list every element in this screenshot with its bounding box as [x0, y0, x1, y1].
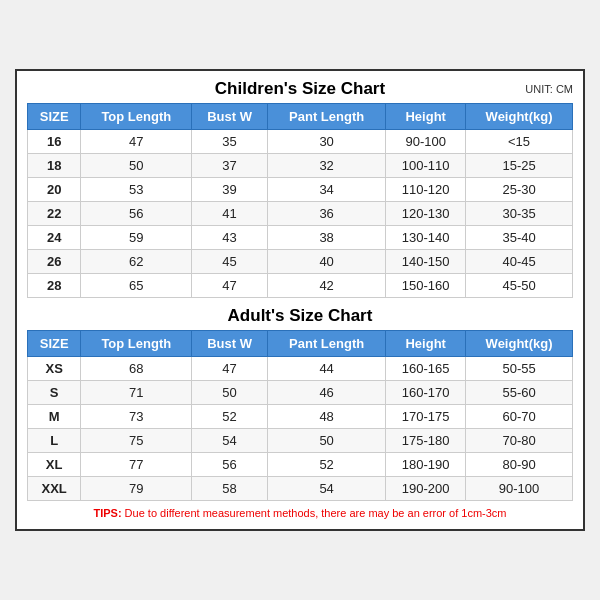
table-cell: 47 [81, 130, 192, 154]
table-cell: 42 [267, 274, 385, 298]
table-row: XXL795854190-20090-100 [28, 477, 573, 501]
table-cell: 50 [267, 429, 385, 453]
table-cell: 75 [81, 429, 192, 453]
table-cell: 70-80 [466, 429, 573, 453]
table-cell: 20 [28, 178, 81, 202]
table-cell: 18 [28, 154, 81, 178]
adults-col-bust-w: Bust W [192, 331, 268, 357]
table-cell: 170-175 [386, 405, 466, 429]
tips-text: Due to different measurement methods, th… [122, 507, 507, 519]
children-table: SIZE Top Length Bust W Pant Length Heigh… [27, 103, 573, 298]
adults-col-size: SIZE [28, 331, 81, 357]
table-cell: 150-160 [386, 274, 466, 298]
table-cell: 175-180 [386, 429, 466, 453]
table-cell: 50-55 [466, 357, 573, 381]
table-cell: 58 [192, 477, 268, 501]
table-cell: S [28, 381, 81, 405]
table-cell: 160-165 [386, 357, 466, 381]
children-title: Children's Size Chart [215, 79, 385, 99]
table-row: XL775652180-19080-90 [28, 453, 573, 477]
table-cell: L [28, 429, 81, 453]
table-cell: 15-25 [466, 154, 573, 178]
table-row: M735248170-17560-70 [28, 405, 573, 429]
table-cell: 47 [192, 357, 268, 381]
table-cell: 55-60 [466, 381, 573, 405]
table-cell: 190-200 [386, 477, 466, 501]
table-cell: 41 [192, 202, 268, 226]
table-cell: 62 [81, 250, 192, 274]
table-cell: 34 [267, 178, 385, 202]
table-cell: 30 [267, 130, 385, 154]
table-cell: 40 [267, 250, 385, 274]
tips-label: TIPS: [93, 507, 121, 519]
adults-header-row: SIZE Top Length Bust W Pant Length Heigh… [28, 331, 573, 357]
table-cell: 26 [28, 250, 81, 274]
table-cell: 52 [267, 453, 385, 477]
table-cell: 43 [192, 226, 268, 250]
table-cell: 45 [192, 250, 268, 274]
table-cell: 30-35 [466, 202, 573, 226]
table-cell: 36 [267, 202, 385, 226]
table-cell: 44 [267, 357, 385, 381]
table-cell: 140-150 [386, 250, 466, 274]
table-cell: 47 [192, 274, 268, 298]
table-row: 28654742150-16045-50 [28, 274, 573, 298]
table-row: 22564136120-13030-35 [28, 202, 573, 226]
table-cell: 22 [28, 202, 81, 226]
table-row: 24594338130-14035-40 [28, 226, 573, 250]
table-row: 18503732100-11015-25 [28, 154, 573, 178]
table-cell: 39 [192, 178, 268, 202]
table-cell: 130-140 [386, 226, 466, 250]
children-col-bust-w: Bust W [192, 104, 268, 130]
children-col-pant-length: Pant Length [267, 104, 385, 130]
table-cell: 35 [192, 130, 268, 154]
adults-table: SIZE Top Length Bust W Pant Length Heigh… [27, 330, 573, 501]
table-cell: 37 [192, 154, 268, 178]
table-cell: 54 [267, 477, 385, 501]
table-cell: 73 [81, 405, 192, 429]
table-cell: 16 [28, 130, 81, 154]
adults-col-top-length: Top Length [81, 331, 192, 357]
children-col-size: SIZE [28, 104, 81, 130]
table-cell: 80-90 [466, 453, 573, 477]
table-cell: 52 [192, 405, 268, 429]
table-cell: 53 [81, 178, 192, 202]
table-cell: 79 [81, 477, 192, 501]
table-cell: 77 [81, 453, 192, 477]
table-cell: 90-100 [386, 130, 466, 154]
chart-container: Children's Size Chart UNIT: CM SIZE Top … [15, 69, 585, 531]
table-cell: 180-190 [386, 453, 466, 477]
tips-row: TIPS: Due to different measurement metho… [27, 507, 573, 519]
table-cell: 45-50 [466, 274, 573, 298]
table-cell: 50 [81, 154, 192, 178]
table-cell: 100-110 [386, 154, 466, 178]
table-cell: 90-100 [466, 477, 573, 501]
table-cell: 24 [28, 226, 81, 250]
children-col-top-length: Top Length [81, 104, 192, 130]
children-col-weight: Weight(kg) [466, 104, 573, 130]
unit-label: UNIT: CM [525, 83, 573, 95]
table-cell: 38 [267, 226, 385, 250]
table-row: 20533934110-12025-30 [28, 178, 573, 202]
children-header-row: SIZE Top Length Bust W Pant Length Heigh… [28, 104, 573, 130]
table-cell: 28 [28, 274, 81, 298]
table-cell: 110-120 [386, 178, 466, 202]
table-cell: 71 [81, 381, 192, 405]
adults-title: Adult's Size Chart [228, 306, 373, 326]
table-cell: 56 [192, 453, 268, 477]
table-cell: XXL [28, 477, 81, 501]
table-cell: 56 [81, 202, 192, 226]
table-cell: 54 [192, 429, 268, 453]
table-cell: 25-30 [466, 178, 573, 202]
table-row: 1647353090-100<15 [28, 130, 573, 154]
table-cell: 60-70 [466, 405, 573, 429]
table-cell: XS [28, 357, 81, 381]
table-cell: 40-45 [466, 250, 573, 274]
adults-col-weight: Weight(kg) [466, 331, 573, 357]
table-row: S715046160-17055-60 [28, 381, 573, 405]
table-cell: 48 [267, 405, 385, 429]
table-cell: 68 [81, 357, 192, 381]
adults-col-pant-length: Pant Length [267, 331, 385, 357]
table-cell: 35-40 [466, 226, 573, 250]
table-cell: 50 [192, 381, 268, 405]
